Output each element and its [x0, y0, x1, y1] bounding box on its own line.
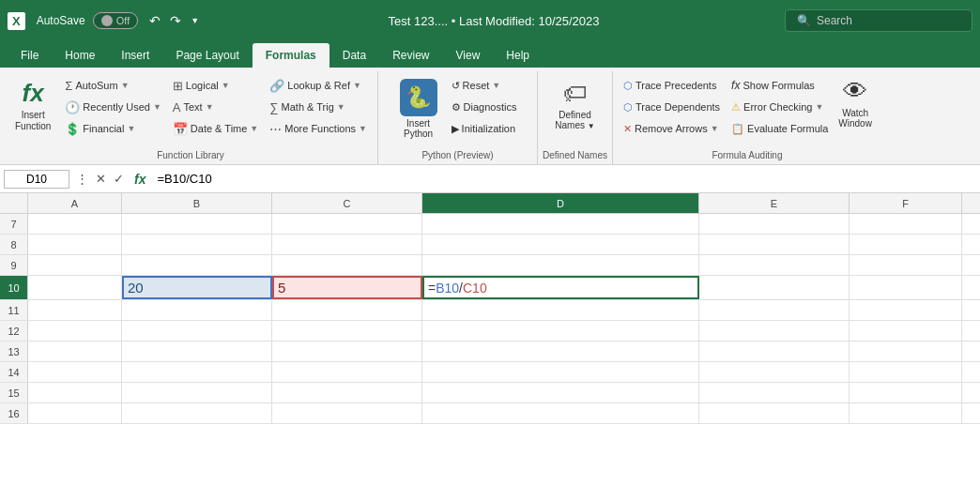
cell-d16[interactable]: [422, 403, 699, 423]
cell-d7[interactable]: [422, 214, 699, 234]
cell-e9[interactable]: [699, 255, 850, 275]
tab-file[interactable]: File: [8, 43, 52, 68]
math-button[interactable]: ∑ Math & Trig ▼: [265, 97, 372, 117]
financial-button[interactable]: 💲 Financial ▼: [60, 118, 165, 139]
col-header-e[interactable]: E: [699, 193, 850, 213]
cell-e14[interactable]: [699, 362, 850, 382]
cell-c14[interactable]: [272, 362, 422, 382]
lookup-button[interactable]: 🔗 Lookup & Ref ▼: [265, 75, 372, 96]
cancel-formula-button[interactable]: ✕: [93, 171, 109, 187]
cell-b9[interactable]: [122, 255, 272, 275]
cell-d12[interactable]: [422, 321, 699, 341]
cell-e11[interactable]: [699, 300, 850, 320]
cell-d8[interactable]: [422, 235, 699, 254]
cell-e7[interactable]: [699, 214, 850, 234]
cell-c12[interactable]: [272, 321, 422, 341]
cell-f8[interactable]: [850, 235, 962, 254]
cell-b8[interactable]: [122, 235, 272, 254]
cell-c16[interactable]: [272, 403, 422, 423]
cell-b13[interactable]: [122, 342, 272, 361]
defined-names-button[interactable]: 🏷 DefinedNames ▼: [549, 75, 600, 134]
text-button[interactable]: A Text ▼: [168, 97, 263, 117]
cell-c8[interactable]: [272, 235, 422, 254]
cell-d10[interactable]: =B10/C10: [422, 276, 699, 299]
cell-c9[interactable]: [272, 255, 422, 275]
show-formulas-button[interactable]: fx Show Formulas: [727, 75, 833, 96]
formula-input[interactable]: [153, 170, 976, 188]
tab-page-layout[interactable]: Page Layout: [162, 43, 252, 68]
cell-e15[interactable]: [699, 383, 850, 402]
cell-a15[interactable]: [28, 383, 122, 402]
recently-used-button[interactable]: 🕐 Recently Used ▼: [60, 97, 165, 117]
tab-formulas[interactable]: Formulas: [253, 43, 329, 68]
cell-c7[interactable]: [272, 214, 422, 234]
tab-view[interactable]: View: [443, 43, 494, 68]
cell-f7[interactable]: [850, 214, 962, 234]
cell-f14[interactable]: [850, 362, 962, 382]
cell-f12[interactable]: [850, 321, 962, 341]
autosave-toggle[interactable]: Off: [93, 12, 138, 29]
insert-function-button[interactable]: fx InsertFunction: [9, 75, 56, 136]
insert-python-button[interactable]: 🐍 InsertPython: [394, 75, 443, 143]
trace-precedents-button[interactable]: ⬡ Trace Precedents: [619, 75, 725, 96]
remove-arrows-button[interactable]: ✕ Remove Arrows ▼: [619, 118, 725, 139]
cell-b12[interactable]: [122, 321, 272, 341]
cell-c10[interactable]: 5: [272, 276, 422, 299]
cell-f11[interactable]: [850, 300, 962, 320]
cell-a16[interactable]: [28, 403, 122, 423]
cell-d14[interactable]: [422, 362, 699, 382]
diagnostics-button[interactable]: ⚙ Diagnostics: [447, 97, 522, 117]
cell-e10[interactable]: [699, 276, 850, 299]
col-header-b[interactable]: B: [122, 193, 272, 213]
tab-data[interactable]: Data: [329, 43, 379, 68]
error-checking-button[interactable]: ⚠ Error Checking ▼: [727, 97, 833, 117]
cell-f13[interactable]: [850, 342, 962, 361]
cell-e16[interactable]: [699, 403, 850, 423]
cell-reference-box[interactable]: [4, 170, 69, 189]
col-header-c[interactable]: C: [272, 193, 422, 213]
cell-f9[interactable]: [850, 255, 962, 275]
cell-b11[interactable]: [122, 300, 272, 320]
cell-a10[interactable]: [28, 276, 122, 299]
confirm-formula-button[interactable]: ✓: [111, 171, 127, 187]
cell-e12[interactable]: [699, 321, 850, 341]
cell-a8[interactable]: [28, 235, 122, 254]
cell-c15[interactable]: [272, 383, 422, 402]
cell-e13[interactable]: [699, 342, 850, 361]
cell-a11[interactable]: [28, 300, 122, 320]
cell-f10[interactable]: [850, 276, 962, 299]
initialization-button[interactable]: ▶ Initialization: [447, 118, 522, 139]
cell-d9[interactable]: [422, 255, 699, 275]
tab-insert[interactable]: Insert: [108, 43, 162, 68]
cell-f16[interactable]: [850, 403, 962, 423]
col-header-f[interactable]: F: [850, 193, 962, 213]
tab-home[interactable]: Home: [52, 43, 108, 68]
col-header-a[interactable]: A: [28, 193, 122, 213]
cell-a12[interactable]: [28, 321, 122, 341]
cell-a13[interactable]: [28, 342, 122, 361]
cell-b15[interactable]: [122, 383, 272, 402]
expand-formula-bar-button[interactable]: ⋮: [73, 171, 91, 187]
cell-d15[interactable]: [422, 383, 699, 402]
undo-button[interactable]: ↶: [145, 11, 164, 30]
evaluate-formula-button[interactable]: 📋 Evaluate Formula: [727, 118, 833, 139]
cell-a7[interactable]: [28, 214, 122, 234]
col-header-d[interactable]: D: [422, 193, 699, 213]
reset-button[interactable]: ↺ Reset ▼: [447, 75, 522, 96]
search-box[interactable]: 🔍 Search: [785, 9, 972, 32]
cell-b7[interactable]: [122, 214, 272, 234]
cell-c11[interactable]: [272, 300, 422, 320]
more-functions-button[interactable]: ⋯ More Functions ▼: [265, 118, 372, 139]
undo-dropdown[interactable]: ▼: [187, 14, 203, 27]
autosum-button[interactable]: Σ AutoSum ▼: [60, 75, 165, 96]
tab-review[interactable]: Review: [379, 43, 442, 68]
trace-dependents-button[interactable]: ⬡ Trace Dependents: [619, 97, 725, 117]
logical-button[interactable]: ⊞ Logical ▼: [168, 75, 263, 96]
tab-help[interactable]: Help: [493, 43, 543, 68]
cell-a14[interactable]: [28, 362, 122, 382]
cell-b16[interactable]: [122, 403, 272, 423]
cell-e8[interactable]: [699, 235, 850, 254]
cell-c13[interactable]: [272, 342, 422, 361]
cell-b14[interactable]: [122, 362, 272, 382]
cell-d13[interactable]: [422, 342, 699, 361]
